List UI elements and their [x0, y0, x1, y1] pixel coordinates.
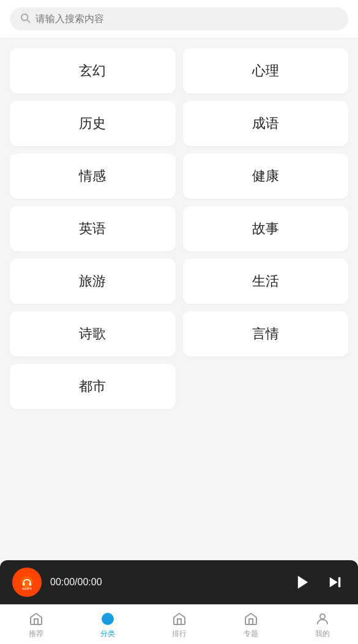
- nav-item-topic[interactable]: 专题: [215, 605, 286, 644]
- category-item-qinggan[interactable]: 情感: [10, 154, 176, 199]
- svg-rect-4: [23, 583, 25, 586]
- player-controls: [292, 571, 346, 593]
- category-item-lvyou[interactable]: 旅游: [10, 259, 176, 304]
- nav-label-category: 分类: [100, 629, 115, 639]
- category-item-shenghuo[interactable]: 生活: [183, 259, 349, 304]
- player-time: 00:00/00:00: [50, 577, 283, 588]
- category-item-chengyu[interactable]: 成语: [183, 101, 349, 146]
- ranking-icon: [171, 611, 187, 627]
- mine-icon: [315, 611, 330, 627]
- category-item-shige[interactable]: 诗歌: [10, 311, 176, 357]
- category-item-yanqing[interactable]: 言情: [183, 311, 349, 357]
- topic-icon: [243, 611, 259, 627]
- category-icon: [100, 611, 116, 627]
- svg-rect-9: [338, 577, 341, 587]
- bottom-nav: 推荐分类排行专题我的: [0, 604, 358, 644]
- search-input-wrapper[interactable]: [10, 7, 348, 31]
- play-button[interactable]: [292, 571, 314, 593]
- next-button[interactable]: [324, 571, 346, 593]
- nav-item-category[interactable]: 分类: [72, 605, 143, 644]
- svg-point-3: [21, 576, 33, 588]
- category-item-yingyu[interactable]: 英语: [10, 206, 176, 251]
- svg-rect-5: [29, 583, 32, 586]
- category-grid: 玄幻心理历史成语情感健康英语故事旅游生活诗歌言情都市: [10, 48, 348, 409]
- category-item-lishi[interactable]: 历史: [10, 101, 176, 146]
- player-logo: 电台听书: [12, 568, 42, 597]
- search-bar: [0, 0, 358, 39]
- search-input[interactable]: [35, 13, 338, 24]
- category-container: 玄幻心理历史成语情感健康英语故事旅游生活诗歌言情都市: [0, 39, 358, 560]
- category-item-jiankang[interactable]: 健康: [183, 154, 349, 199]
- category-item-dushi[interactable]: 都市: [10, 364, 176, 409]
- category-item-xinli[interactable]: 心理: [183, 48, 349, 94]
- category-item-gushi[interactable]: 故事: [183, 206, 349, 251]
- svg-marker-7: [298, 576, 308, 589]
- nav-label-home: 推荐: [29, 629, 43, 639]
- home-icon: [28, 611, 44, 627]
- svg-marker-8: [330, 577, 338, 587]
- player-bar: 电台听书 00:00/00:00: [0, 560, 358, 604]
- svg-text:电台听书: 电台听书: [22, 587, 32, 590]
- nav-label-ranking: 排行: [172, 629, 187, 639]
- category-item-xuanhuan[interactable]: 玄幻: [10, 48, 176, 94]
- nav-item-ranking[interactable]: 排行: [143, 605, 215, 644]
- svg-line-1: [27, 20, 29, 22]
- search-icon: [20, 12, 31, 26]
- nav-item-mine[interactable]: 我的: [286, 605, 358, 644]
- nav-label-topic: 专题: [244, 629, 258, 639]
- nav-label-mine: 我的: [315, 629, 330, 639]
- nav-item-home[interactable]: 推荐: [0, 605, 72, 644]
- svg-point-16: [320, 614, 325, 619]
